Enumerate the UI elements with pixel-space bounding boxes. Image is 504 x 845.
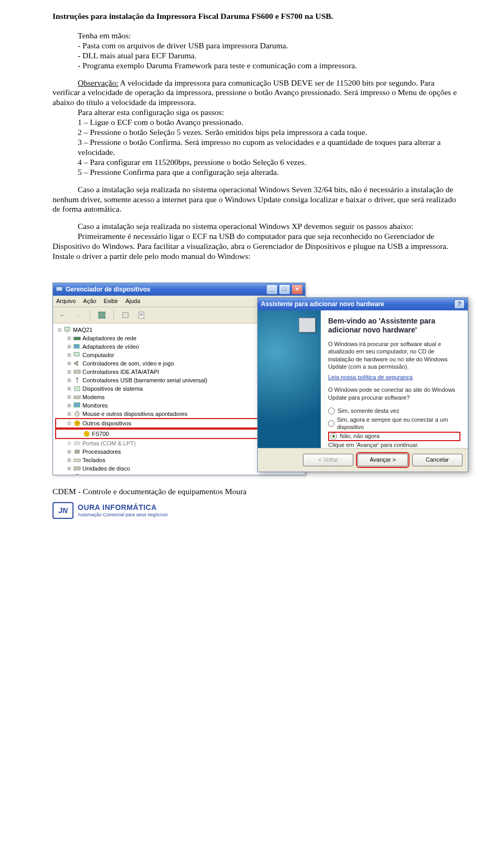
wizard-title: Assistente para adicionar novo hardware: [261, 300, 384, 308]
svg-rect-11: [74, 345, 79, 348]
svg-rect-22: [75, 442, 80, 445]
svg-rect-16: [74, 403, 80, 407]
sound-icon: [73, 360, 81, 367]
hardware-wizard-dialog: Assistente para adicionar novo hardware …: [257, 297, 468, 472]
menu-acao[interactable]: Ação: [83, 298, 96, 305]
intro-item: - DLL mais atual para ECF Daruma.: [52, 51, 462, 61]
next-button[interactable]: Avançar >: [358, 454, 408, 466]
wizard-paragraph: O Windows irá procurar por software atua…: [328, 340, 460, 370]
radio-yes-once[interactable]: Sim, somente desta vez: [328, 406, 460, 415]
paragraph-xp-body: Primeiramente é necessário ligar o ECF n…: [52, 232, 462, 262]
hardware-icon: [299, 318, 316, 332]
svg-rect-8: [65, 327, 70, 331]
svg-rect-5: [102, 316, 105, 318]
computer-category-icon: [73, 351, 81, 359]
maximize-button[interactable]: □: [279, 284, 290, 295]
menu-exibir[interactable]: Exibir: [103, 298, 118, 305]
wizard-sidebar: [258, 310, 321, 448]
svg-rect-1: [58, 291, 60, 292]
svg-point-17: [75, 411, 79, 416]
logo-text-line2: Automação Comercial para seus negócios!: [78, 512, 168, 518]
svg-rect-4: [99, 316, 101, 318]
svg-rect-3: [102, 312, 105, 315]
svg-text:!: !: [86, 432, 87, 436]
screenshot-region: Gerenciador de dispositivos _ □ × Arquiv…: [52, 283, 467, 475]
minimize-button[interactable]: _: [266, 284, 278, 295]
svg-text:?: ?: [76, 421, 78, 426]
svg-rect-14: [75, 387, 80, 391]
svg-rect-10: [74, 337, 80, 340]
svg-rect-25: [74, 467, 80, 470]
svg-rect-6: [123, 312, 128, 318]
ports-icon: [73, 440, 81, 447]
company-logo: JN OURA INFORMÁTICA Automação Comercial …: [52, 502, 462, 519]
page-title: Instruções para instalação da Impressora…: [52, 12, 462, 22]
toolbar-properties-icon[interactable]: [119, 309, 132, 321]
paragraph-seven: Caso a instalação seja realizada no sist…: [52, 185, 462, 215]
wizard-hint: Clique em 'Avançar' para continuar.: [328, 441, 460, 448]
back-button[interactable]: ←: [56, 309, 69, 321]
intro-item: - Pasta com os arquivos de driver USB pa…: [52, 41, 462, 51]
svg-rect-0: [56, 287, 62, 291]
device-manager-title: Gerenciador de dispositivos: [66, 286, 150, 294]
logo-badge-icon: JN: [52, 502, 74, 519]
logo-text-line1: OURA INFORMÁTICA: [78, 503, 168, 512]
monitor-icon: [73, 402, 81, 409]
close-button[interactable]: ×: [291, 284, 303, 295]
wizard-titlebar[interactable]: Assistente para adicionar novo hardware …: [258, 298, 468, 310]
step-line: 4 – Para configurar em 115200bps, pressi…: [52, 158, 462, 168]
forward-button[interactable]: →: [72, 309, 85, 321]
document-footer-line: CDEM - Controle e documentação de equipa…: [52, 487, 462, 497]
step-line: 2 – Pressione o botão Seleção 5 vezes. S…: [52, 128, 462, 138]
disk-icon: [73, 465, 81, 472]
network-adapter-icon: [73, 335, 81, 342]
computer-icon: [64, 326, 71, 333]
wizard-help-button[interactable]: ?: [454, 299, 465, 309]
svg-rect-12: [74, 352, 79, 356]
obs-label: Observação:: [78, 78, 118, 87]
mouse-icon: [73, 410, 81, 418]
svg-rect-2: [99, 312, 101, 315]
svg-rect-15: [74, 396, 80, 399]
steps-intro: Para alterar esta configuração siga os p…: [52, 108, 462, 118]
cancel-button[interactable]: Cancelar: [412, 454, 463, 466]
svg-rect-9: [66, 331, 68, 332]
step-line: 5 – Pressione Confirma para que a config…: [52, 168, 462, 178]
toolbar-refresh-icon[interactable]: [135, 309, 148, 321]
svg-rect-13: [74, 370, 80, 373]
keyboard-icon: [73, 456, 81, 464]
back-button: < Voltar: [303, 454, 353, 466]
step-line: 1 – Ligue o ECF com o botão Avanço press…: [52, 118, 462, 128]
display-adapter-icon: [73, 343, 81, 350]
svg-point-26: [75, 474, 80, 475]
svg-rect-23: [75, 450, 79, 453]
intro-label: Tenha em mãos:: [52, 31, 462, 41]
processor-icon: [73, 448, 81, 455]
svg-rect-24: [74, 459, 80, 462]
warning-device-icon: !: [82, 430, 90, 437]
device-manager-icon: [55, 285, 64, 294]
radio-yes-always[interactable]: Sim, agora e sempre que eu conectar a um…: [328, 415, 460, 432]
menu-arquivo[interactable]: Arquivo: [56, 298, 76, 305]
wizard-question: O Windows pode se conectar ao site do Wi…: [328, 386, 460, 401]
unknown-device-icon: ?: [73, 420, 81, 427]
radio-no[interactable]: Não, não agora: [328, 432, 460, 441]
toolbar-view-icon[interactable]: [96, 309, 108, 321]
privacy-link[interactable]: Leia nossa política de segurança: [328, 374, 413, 380]
dvd-icon: [73, 473, 81, 475]
modem-icon: [73, 393, 81, 401]
step-line: 3 – Pressione o botão Confirma. Será imp…: [52, 138, 462, 158]
wizard-heading: Bem-vindo ao 'Assistente para adicionar …: [328, 317, 460, 335]
svg-rect-7: [139, 312, 144, 318]
menu-ajuda[interactable]: Ajuda: [125, 298, 140, 305]
tree-item[interactable]: ⊞Unidades de DVD/CD-ROM: [56, 473, 304, 475]
ide-icon: [73, 368, 81, 375]
system-device-icon: [73, 385, 81, 392]
device-manager-titlebar[interactable]: Gerenciador de dispositivos _ □ ×: [53, 283, 305, 296]
intro-item: - Programa exemplo Daruma Framework para…: [52, 61, 462, 71]
usb-controller-icon: [73, 377, 81, 384]
paragraph-xp-intro: Caso a instalação seja realizada no sist…: [52, 222, 462, 232]
